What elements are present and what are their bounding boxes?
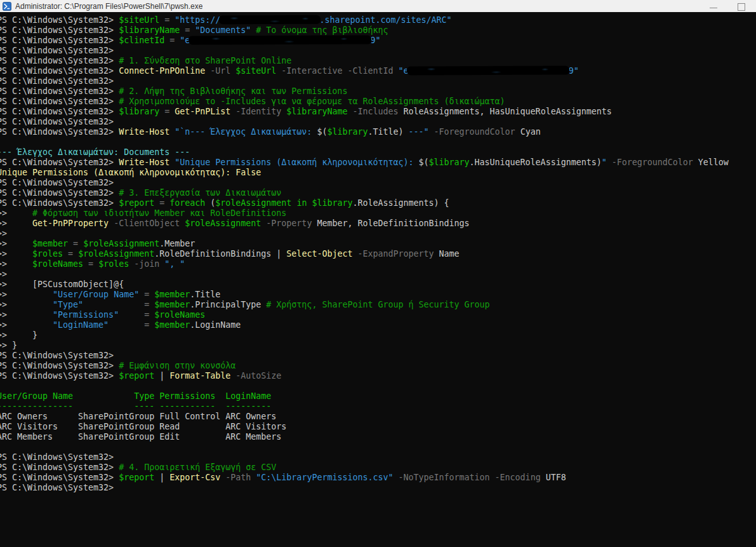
terminal-line: PS C:\Windows\System32> # 1. Σύνδεση στο… [0,56,756,66]
terminal-text: PS C:\Windows\System32> [0,86,119,96]
terminal-text: "https:// [175,15,220,25]
terminal-text: $roleAssignment [83,239,159,248]
terminal-text: $libraryName [119,25,180,35]
terminal-text: -ClientObject [109,219,185,228]
terminal-text: >> [0,219,32,228]
terminal-text: PS C:\Windows\System32> [0,25,119,35]
terminal-text: PS C:\Windows\System32> [0,127,119,137]
terminal-text: $library [327,127,368,137]
terminal-line: >> } [0,330,756,341]
maximize-button[interactable] [735,2,748,11]
terminal-text: # 4. Προαιρετική Εξαγωγή σε CSV [119,463,276,472]
window-title: Administrator: C:\Program Files\PowerShe… [15,2,202,11]
terminal-text: $report [119,473,154,482]
terminal-line: PS C:\Windows\System32> $report | Export… [0,473,756,483]
terminal-line: PS C:\Windows\System32> # Εμφάνιση στην … [0,361,756,371]
terminal-text: >> [0,239,32,248]
terminal-line: PS C:\Windows\System32> $clinetId = "e9" [0,36,756,46]
terminal-text: $member [154,320,190,330]
terminal-line [0,381,756,391]
terminal-text: PS C:\Windows\System32> [0,15,119,25]
terminal-text: PS C:\Windows\System32> [0,107,119,116]
terminal-text: $( [317,127,327,137]
terminal-text: $roles [32,249,63,259]
terminal-text: -NoTypeInformation -Encoding [393,473,545,482]
terminal-text: ARC Owners SharePointGroup Full Control … [0,412,276,421]
terminal-text: >> [0,290,53,299]
terminal-text: PS C:\Windows\System32> [0,483,114,492]
terminal[interactable]: PS C:\Windows\System32> $siteUrl = "http… [0,12,756,547]
terminal-line: >> "Permissions" = $roleNames [0,310,756,320]
terminal-line: PS C:\Windows\System32> [0,178,756,188]
terminal-line: ARC Owners SharePointGroup Full Control … [0,412,756,422]
terminal-text: Cyan [521,127,541,137]
terminal-text: | [154,371,169,381]
terminal-text: "`n--- Έλεγχος Δικαιωμάτων: [175,127,317,137]
terminal-text: -Interactive -ClientId [276,66,398,76]
terminal-text: .PrincipalType [190,300,266,309]
terminal-text: .HasUniqueRoleAssignments) [470,158,602,167]
terminal-text: $report [119,371,154,381]
terminal-line [0,442,756,452]
terminal-text: $siteUrl [235,66,276,76]
terminal-text: = [164,36,180,45]
terminal-text: -ExpandProperty [352,249,439,259]
terminal-text: = [159,107,175,116]
terminal-line: Unique Permissions (Διακοπή κληρονομικότ… [0,168,756,178]
terminal-line: >> "LoginName" = $member.LoginName [0,320,756,330]
terminal-text: PS C:\Windows\System32> [0,371,119,381]
terminal-content: PS C:\Windows\System32> $siteUrl = "http… [0,12,756,493]
terminal-line: PS C:\Windows\System32> [0,351,756,361]
terminal-line: PS C:\Windows\System32> # Χρησιμοποιούμε… [0,97,756,107]
terminal-line: PS C:\Windows\System32> $report = foreac… [0,198,756,208]
terminal-text: -Property [261,219,317,228]
terminal-text: $( [418,158,428,167]
terminal-text: -join [129,259,164,269]
terminal-text: >> } [0,341,17,350]
terminal-text: 9" [569,66,579,76]
terminal-line: >> [PSCustomObject]@{ [0,280,756,290]
terminal-line: PS C:\Windows\System32> [0,76,756,86]
terminal-text: >> [0,229,7,238]
redaction-mark [407,67,569,75]
minimize-button[interactable] [707,2,720,11]
terminal-line: >> $roles = $roleAssignment.RoleDefiniti… [0,249,756,259]
terminal-text: $clinetId [119,36,164,45]
terminal-text: RoleAssignments, HasUniqueRoleAssignment… [403,107,611,116]
terminal-line: >> $member = $roleAssignment.Member [0,239,756,249]
terminal-text: .RoleAssignments) { [352,198,449,208]
terminal-text: # 3. Επεξεργασία των Δικαιωμάτων [119,188,281,198]
terminal-text: = [63,249,78,259]
terminal-text: "Unique Permissions (Διακοπή κληρονομικό… [175,158,418,167]
terminal-line: PS C:\Windows\System32> [0,46,756,56]
terminal-text: = [139,290,154,299]
title-bar[interactable]: Administrator: C:\Program Files\PowerShe… [0,0,756,12]
terminal-text: = [154,198,169,208]
terminal-line: >> $roleNames = $roles -join ", " [0,259,756,269]
powershell-icon[interactable] [3,2,11,11]
terminal-text: " [602,158,607,167]
terminal-text: Member, RoleDefinitionBindings [317,219,469,228]
terminal-text: PS C:\Windows\System32> [0,36,119,45]
terminal-text: >> [0,320,53,330]
terminal-text: = [83,259,98,269]
terminal-text: in [291,198,312,208]
terminal-text: -AutoSize [230,371,281,381]
terminal-text: $roleAssignment [78,249,154,259]
terminal-line: PS C:\Windows\System32> # 4. Προαιρετική… [0,463,756,473]
terminal-text: PS C:\Windows\System32> [0,56,119,65]
terminal-text: "Documents" [195,25,251,35]
terminal-text: $report [119,198,154,208]
terminal-text: ---" [403,127,428,137]
terminal-text: PS C:\Windows\System32> [0,76,114,86]
terminal-line: PS C:\Windows\System32> $siteUrl = "http… [0,15,756,25]
terminal-text: Unique Permissions (Διακοπή κληρονομικότ… [0,168,261,177]
terminal-text: # Χρήστης, SharePoint Group ή Security G… [266,300,489,309]
terminal-line: >> Get-PnPProperty -ClientObject $roleAs… [0,219,756,229]
terminal-text: -ForegroundColor [429,127,521,137]
terminal-text: $roleAssignment [215,198,291,208]
terminal-text: $member [32,239,68,248]
terminal-text: >> [PSCustomObject]@{ [0,280,124,289]
terminal-text: $siteUrl [119,15,159,25]
terminal-text: # Το όνομα της βιβλιοθήκης [256,25,388,35]
